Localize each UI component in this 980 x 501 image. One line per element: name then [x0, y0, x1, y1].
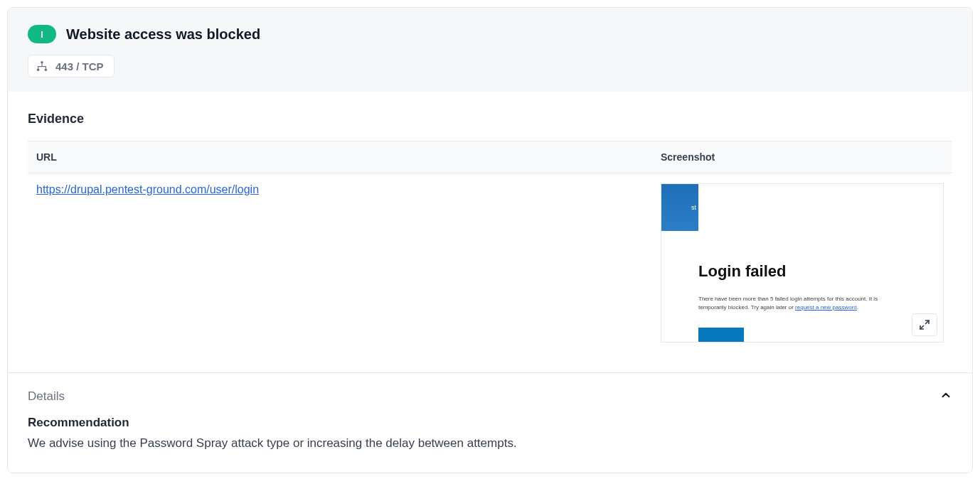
card-header: I Website access was blocked 443 / TCP: [8, 8, 972, 92]
screenshot-message: There have been more than 5 failed login…: [698, 295, 906, 312]
url-cell: https://drupal.pentest-ground.com/user/l…: [28, 173, 652, 353]
svg-point-5: [37, 68, 40, 71]
svg-point-6: [45, 68, 48, 71]
svg-point-0: [41, 61, 43, 64]
table-header-row: URL Screenshot: [28, 141, 952, 173]
screenshot-body: Login failed There have been more than 5…: [661, 231, 943, 312]
recommendation-text: We advise using the Password Spray attac…: [28, 434, 952, 453]
severity-letter: I: [41, 29, 43, 40]
screenshot-tab-fragment: st: [691, 204, 696, 211]
screenshot-topbar: st: [661, 184, 698, 231]
screenshot-thumbnail[interactable]: st Login failed There have been more tha…: [661, 183, 944, 343]
finding-title: Website access was blocked: [66, 26, 260, 43]
title-row: I Website access was blocked: [28, 25, 952, 43]
evidence-heading: Evidence: [28, 112, 952, 126]
details-section: Details Recommendation We advise using t…: [8, 372, 972, 473]
network-icon: [36, 60, 48, 72]
evidence-section: Evidence URL Screenshot https://drupal.p…: [8, 92, 972, 372]
evidence-table: URL Screenshot https://drupal.pentest-gr…: [28, 141, 952, 352]
chevron-up-icon: [939, 389, 952, 404]
details-toggle[interactable]: Details: [28, 389, 952, 404]
recommendation-heading: Recommendation: [28, 416, 952, 430]
finding-card: I Website access was blocked 443 / TCP E…: [7, 7, 973, 473]
column-header-url: URL: [28, 141, 652, 173]
screenshot-footer-logo: [698, 328, 744, 343]
port-protocol-text: 443 / TCP: [55, 60, 104, 72]
expand-screenshot-button[interactable]: [912, 313, 937, 336]
screenshot-title: Login failed: [698, 262, 906, 281]
evidence-url-link[interactable]: https://drupal.pentest-ground.com/user/l…: [36, 183, 259, 195]
screenshot-msg-link: request a new password: [795, 304, 857, 311]
screenshot-msg-suffix: .: [857, 304, 858, 311]
details-label: Details: [28, 389, 65, 404]
svg-rect-4: [46, 66, 46, 69]
svg-rect-2: [38, 66, 46, 67]
column-header-screenshot: Screenshot: [652, 141, 952, 173]
severity-badge: I: [28, 25, 56, 43]
screenshot-cell: st Login failed There have been more tha…: [652, 173, 952, 353]
port-chip: 443 / TCP: [28, 55, 114, 77]
svg-rect-3: [38, 66, 38, 69]
table-row: https://drupal.pentest-ground.com/user/l…: [28, 173, 952, 353]
